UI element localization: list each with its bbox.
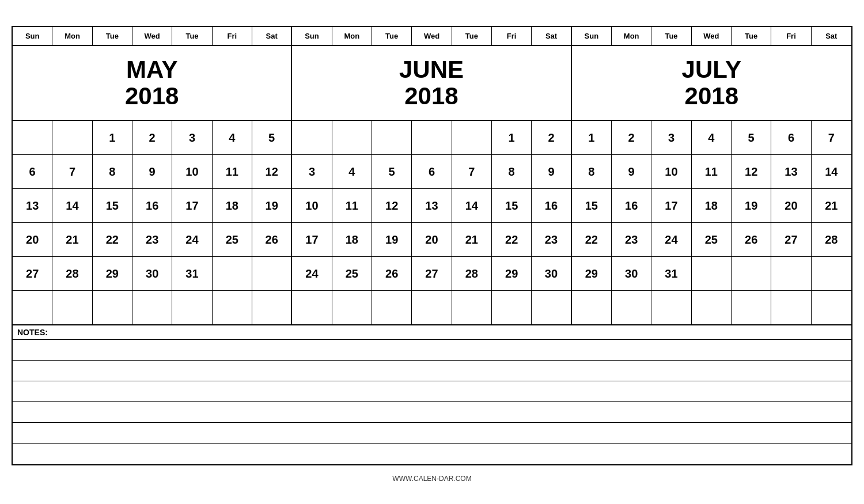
cal-cell-5-13 <box>532 291 571 324</box>
month-name-0: MAY <box>13 56 291 83</box>
day-header-18: Tue <box>732 27 771 45</box>
cal-cell-5-18 <box>732 291 771 324</box>
cal-cell-0-2: 1 <box>93 121 132 154</box>
calendar-row-4: 272829303124252627282930293031 <box>13 257 851 291</box>
cal-cell-5-4 <box>172 291 212 324</box>
cal-cell-3-13: 23 <box>532 223 571 256</box>
cal-cell-1-2: 8 <box>93 155 132 188</box>
cal-cell-4-18 <box>732 257 771 290</box>
day-header-6: Sat <box>252 27 292 45</box>
cal-cell-4-17 <box>692 257 732 290</box>
month-name-1: JUNE <box>292 56 570 83</box>
cal-cell-5-3 <box>132 291 172 324</box>
cal-cell-3-8: 18 <box>332 223 372 256</box>
cal-cell-4-3: 30 <box>132 257 172 290</box>
cal-cell-3-14: 22 <box>572 223 612 256</box>
cal-cell-2-18: 19 <box>732 189 771 222</box>
month-year-1: 2018 <box>292 83 570 109</box>
cal-cell-2-0: 13 <box>13 189 52 222</box>
day-header-14: Sun <box>572 27 612 45</box>
cal-cell-5-14 <box>572 291 612 324</box>
cal-cell-3-3: 23 <box>132 223 172 256</box>
cal-cell-5-5 <box>213 291 252 324</box>
cal-cell-3-18: 26 <box>732 223 771 256</box>
cal-cell-1-1: 7 <box>52 155 92 188</box>
cal-cell-5-7 <box>292 291 332 324</box>
cal-cell-2-8: 11 <box>332 189 372 222</box>
cal-cell-5-11 <box>452 291 492 324</box>
cal-cell-5-9 <box>372 291 412 324</box>
cal-cell-2-14: 15 <box>572 189 612 222</box>
cal-cell-1-5: 11 <box>213 155 252 188</box>
day-header-9: Tue <box>372 27 412 45</box>
cal-cell-2-1: 14 <box>52 189 92 222</box>
day-header-17: Wed <box>692 27 732 45</box>
month-year-2: 2018 <box>572 83 851 109</box>
calendar-container: SunMonTueWedTueFriSatSunMonTueWedTueFriS… <box>12 26 852 465</box>
day-header-15: Mon <box>612 27 651 45</box>
cal-cell-1-9: 5 <box>372 155 412 188</box>
cal-cell-3-7: 17 <box>292 223 332 256</box>
cal-cell-2-9: 12 <box>372 189 412 222</box>
cal-cell-1-6: 12 <box>252 155 292 188</box>
cal-cell-4-7: 24 <box>292 257 332 290</box>
cal-cell-3-15: 23 <box>612 223 651 256</box>
cal-cell-5-17 <box>692 291 732 324</box>
notes-section: NOTES: <box>13 324 851 464</box>
cal-cell-3-12: 22 <box>492 223 532 256</box>
day-header-5: Fri <box>213 27 252 45</box>
day-header-11: Tue <box>452 27 492 45</box>
cal-cell-5-16 <box>651 291 691 324</box>
cal-cell-5-19 <box>771 291 811 324</box>
cal-cell-0-18: 5 <box>732 121 771 154</box>
cal-cell-5-1 <box>52 291 92 324</box>
day-header-4: Tue <box>172 27 212 45</box>
cal-cell-5-20 <box>812 291 851 324</box>
notes-line-4 <box>13 423 851 444</box>
day-header-0: Sun <box>13 27 52 45</box>
cal-cell-3-16: 24 <box>651 223 691 256</box>
cal-cell-2-12: 15 <box>492 189 532 222</box>
cal-cell-1-8: 4 <box>332 155 372 188</box>
day-header-3: Wed <box>132 27 172 45</box>
cal-cell-3-9: 19 <box>372 223 412 256</box>
cal-cell-1-18: 12 <box>732 155 771 188</box>
cal-cell-4-9: 26 <box>372 257 412 290</box>
cal-cell-2-11: 14 <box>452 189 492 222</box>
cal-cell-5-2 <box>93 291 132 324</box>
cal-cell-2-19: 20 <box>771 189 811 222</box>
cal-cell-5-8 <box>332 291 372 324</box>
notes-line-1 <box>13 361 851 381</box>
cal-cell-3-20: 28 <box>812 223 851 256</box>
calendar-row-0: 12345121234567 <box>13 121 851 155</box>
day-header-1: Mon <box>52 27 92 45</box>
cal-cell-0-11 <box>452 121 492 154</box>
cal-cell-4-20 <box>812 257 851 290</box>
cal-cell-0-7 <box>292 121 332 154</box>
cal-cell-2-3: 16 <box>132 189 172 222</box>
day-header-10: Wed <box>412 27 452 45</box>
cal-cell-3-0: 20 <box>13 223 52 256</box>
cal-cell-4-1: 28 <box>52 257 92 290</box>
cal-cell-1-12: 8 <box>492 155 532 188</box>
cal-cell-1-7: 3 <box>292 155 332 188</box>
calendar-row-5 <box>13 291 851 324</box>
cal-cell-3-17: 25 <box>692 223 732 256</box>
day-header-13: Sat <box>532 27 571 45</box>
cal-cell-3-5: 25 <box>213 223 252 256</box>
cal-cell-2-13: 16 <box>532 189 571 222</box>
notes-line-3 <box>13 402 851 423</box>
cal-cell-5-10 <box>412 291 452 324</box>
cal-cell-1-13: 9 <box>532 155 571 188</box>
cal-cell-5-0 <box>13 291 52 324</box>
cal-cell-1-10: 6 <box>412 155 452 188</box>
notes-label: NOTES: <box>13 325 851 340</box>
month-titles-row: MAY2018JUNE2018JULY2018 <box>13 46 851 121</box>
calendar-row-3: 2021222324252617181920212223222324252627… <box>13 223 851 257</box>
notes-line-2 <box>13 381 851 402</box>
cal-cell-2-2: 15 <box>93 189 132 222</box>
cal-cell-1-14: 8 <box>572 155 612 188</box>
cal-cell-0-19: 6 <box>771 121 811 154</box>
cal-cell-3-19: 27 <box>771 223 811 256</box>
cal-cell-5-6 <box>252 291 292 324</box>
